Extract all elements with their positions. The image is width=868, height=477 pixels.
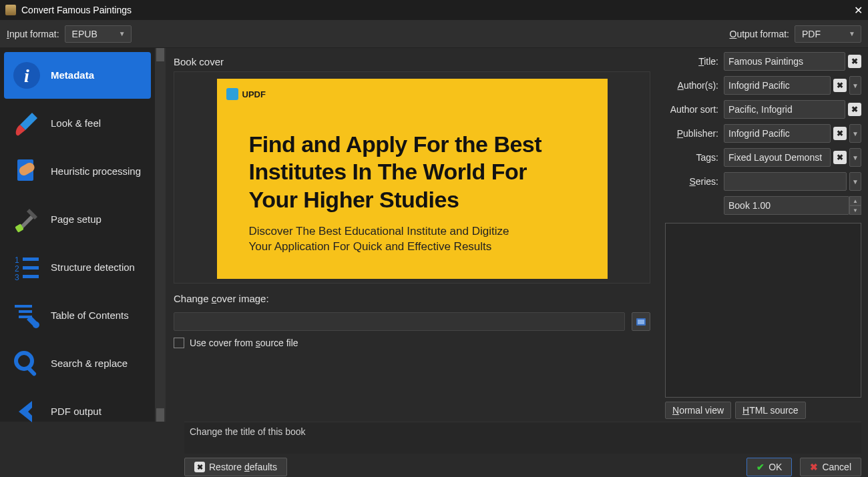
sidebar-item-look-feel[interactable]: Look & feel <box>4 100 151 147</box>
input-format-select[interactable]: EPUB ▼ <box>65 25 132 43</box>
svg-rect-10 <box>23 275 39 278</box>
svg-text:1: 1 <box>15 256 19 265</box>
description-box[interactable] <box>665 223 861 398</box>
tab-normal-view[interactable]: Normal view <box>665 402 731 419</box>
title-input[interactable]: Famous Paintings <box>724 52 845 71</box>
sidebar-item-label: Structure detection <box>51 262 135 273</box>
publisher-label: Publisher: <box>665 128 724 139</box>
chevron-down-icon: ▼ <box>119 30 126 37</box>
svg-point-14 <box>33 322 39 328</box>
sidebar-item-label: Look & feel <box>51 117 101 129</box>
title-label: Title: <box>665 56 724 67</box>
tab-html-source[interactable]: HTML source <box>735 402 806 419</box>
close-icon[interactable]: ✕ <box>854 4 863 17</box>
format-bar: Input format: EPUB ▼ Output format: PDF … <box>0 20 868 48</box>
svg-rect-11 <box>15 305 32 308</box>
book-index-input[interactable]: Book 1.00 <box>724 196 849 215</box>
check-icon: ✔ <box>756 462 765 472</box>
svg-rect-12 <box>19 310 32 313</box>
browse-button[interactable] <box>632 312 650 331</box>
cover-path-input[interactable] <box>174 312 625 331</box>
svg-rect-8 <box>23 266 39 270</box>
series-input[interactable] <box>724 172 847 191</box>
series-dropdown[interactable]: ▼ <box>849 172 861 191</box>
tags-dropdown[interactable]: ▼ <box>849 148 861 167</box>
window-title: Convert Famous Paintings <box>21 5 132 15</box>
use-source-checkbox[interactable] <box>174 338 184 348</box>
clear-icon: ✖ <box>194 462 205 472</box>
input-format-value: EPUB <box>72 29 97 39</box>
clear-title-icon[interactable]: ✖ <box>848 55 861 68</box>
tags-input[interactable]: Fixed Layout Demonst <box>724 148 831 167</box>
x-icon: ✖ <box>810 462 818 472</box>
svg-point-15 <box>16 353 32 369</box>
authorsort-label: Author sort: <box>665 104 724 115</box>
sidebar-item-label: Page setup <box>51 213 101 225</box>
cancel-button[interactable]: ✖ Cancel <box>800 458 861 476</box>
authors-label: Author(s): <box>665 80 724 91</box>
series-label: Series: <box>665 176 724 187</box>
app-icon <box>5 5 16 15</box>
main-area: i Metadata Look & feel Heuristic process… <box>0 48 868 422</box>
authors-dropdown[interactable]: ▼ <box>849 76 861 95</box>
list-icon: 123 <box>11 252 43 284</box>
sidebar-item-metadata[interactable]: i Metadata <box>4 52 151 99</box>
publisher-dropdown[interactable]: ▼ <box>849 124 861 143</box>
tools-icon <box>11 203 43 235</box>
cover-headline: Find and Apply For the Best Institutes I… <box>249 131 576 213</box>
sidebar-item-heuristic[interactable]: Heuristic processing <box>4 148 151 195</box>
svg-rect-18 <box>638 320 644 324</box>
sidebar-item-page-setup[interactable]: Page setup <box>4 196 151 243</box>
svg-text:2: 2 <box>15 264 19 274</box>
bandage-icon <box>11 155 43 187</box>
center-pane: Book cover UPDF Find and Apply For the B… <box>166 48 661 422</box>
sidebar-item-pdf-output[interactable]: PDF output <box>4 388 151 435</box>
sidebar-item-toc[interactable]: Table of Contents <box>4 292 151 339</box>
info-icon: i <box>11 59 43 91</box>
input-format-label: Input format: <box>7 29 59 39</box>
cover-subhead: Discover The Best Educational Institute … <box>249 224 529 255</box>
output-format-select[interactable]: PDF ▼ <box>795 25 861 43</box>
titlebar: Convert Famous Paintings ✕ <box>0 0 868 20</box>
folder-icon <box>636 316 646 327</box>
restore-defaults-button[interactable]: ✖ Restore defaults <box>184 458 287 476</box>
sidebar-item-structure[interactable]: 123 Structure detection <box>4 244 151 291</box>
svg-rect-6 <box>23 258 39 261</box>
chevron-down-icon: ▼ <box>849 30 855 37</box>
restore-label: Restore defaults <box>209 462 277 472</box>
sidebar-item-label: Metadata <box>51 69 94 81</box>
use-source-label: Use cover from source file <box>190 338 298 348</box>
svg-text:i: i <box>24 65 29 86</box>
clear-publisher-icon[interactable]: ✖ <box>833 127 847 140</box>
svg-rect-16 <box>27 366 37 377</box>
search-icon <box>11 348 43 380</box>
output-format-label: Output format: <box>730 29 789 39</box>
cover-brand: UPDF <box>226 88 266 100</box>
arrow-left-icon <box>11 396 43 428</box>
cover-preview: UPDF Find and Apply For the Best Institu… <box>174 71 650 284</box>
sidebar-item-label: PDF output <box>51 406 101 417</box>
tags-label: Tags: <box>665 152 724 163</box>
ok-button[interactable]: ✔ OK <box>746 458 792 476</box>
sidebar-scrollbar[interactable] <box>155 48 166 422</box>
sidebar-item-search-replace[interactable]: Search & replace <box>4 340 151 387</box>
clear-tags-icon[interactable]: ✖ <box>833 151 847 164</box>
cancel-label: Cancel <box>822 462 851 472</box>
authors-input[interactable]: Infogrid Pacific <box>724 76 831 95</box>
book-index-spinner[interactable]: ▲▼ <box>849 196 861 215</box>
clear-authorsort-icon[interactable]: ✖ <box>848 103 861 116</box>
hint-box: Change the title of this book <box>184 422 861 454</box>
ok-label: OK <box>769 462 782 472</box>
output-format-value: PDF <box>802 29 821 39</box>
cover-image: UPDF Find and Apply For the Best Institu… <box>217 79 608 279</box>
metadata-pane: Title: Famous Paintings ✖ Author(s): Inf… <box>661 48 868 422</box>
sidebar-item-label: Table of Contents <box>51 310 129 321</box>
sidebar: i Metadata Look & feel Heuristic process… <box>0 48 155 422</box>
authorsort-input[interactable]: Pacific, Infogrid <box>724 100 845 119</box>
clear-authors-icon[interactable]: ✖ <box>833 79 847 92</box>
updf-logo-icon <box>226 88 238 100</box>
change-cover-label: Change cover image: <box>174 293 650 304</box>
publisher-input[interactable]: Infogrid Pacific <box>724 124 831 143</box>
sidebar-item-label: Search & replace <box>51 358 128 369</box>
book-cover-label: Book cover <box>174 56 650 67</box>
